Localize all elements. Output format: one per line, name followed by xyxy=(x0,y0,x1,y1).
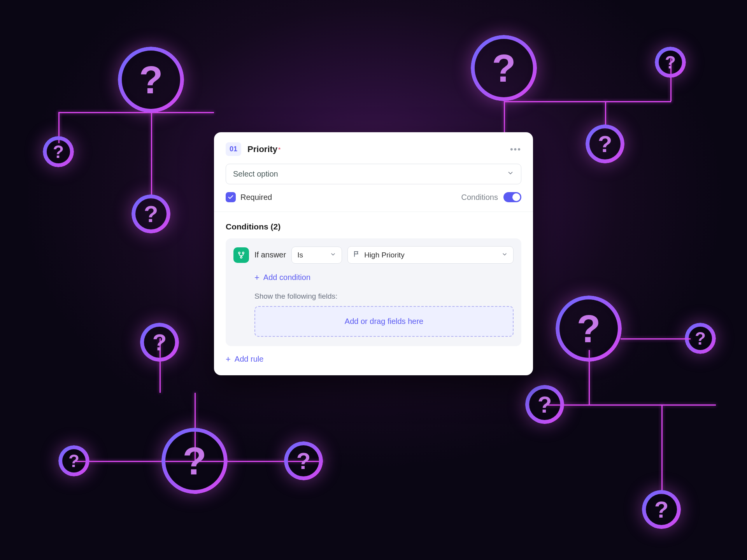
question-card: 01 Priority* ••• Select option Required … xyxy=(214,132,533,375)
question-mark-icon: ? xyxy=(471,35,537,101)
question-mark-icon: ? xyxy=(58,445,89,476)
add-condition-button[interactable]: + Add condition xyxy=(254,273,310,282)
conditions-heading: Conditions (2) xyxy=(226,222,521,231)
question-number-badge: 01 xyxy=(226,142,241,156)
plus-icon: + xyxy=(254,273,260,282)
conditions-toggle[interactable] xyxy=(503,192,521,202)
card-header: 01 Priority* ••• xyxy=(214,132,533,156)
if-answer-label: If answer xyxy=(254,250,286,259)
question-mark-icon: ? xyxy=(161,428,228,494)
show-fields-label: Show the following fields: xyxy=(254,292,514,301)
question-mark-icon: ? xyxy=(586,124,624,163)
condition-rule: If answer Is High Priority xyxy=(226,238,521,346)
more-menu-button[interactable]: ••• xyxy=(510,144,521,154)
required-label: Required xyxy=(240,193,272,202)
fields-dropzone[interactable]: Add or drag fields here xyxy=(254,306,514,337)
chevron-down-icon xyxy=(330,251,336,259)
conditions-toggle-label: Conditions xyxy=(461,193,498,202)
branch-icon xyxy=(233,247,249,263)
chevron-down-icon xyxy=(502,251,508,259)
required-asterisk: * xyxy=(278,147,281,153)
add-rule-button[interactable]: + Add rule xyxy=(226,355,263,364)
question-mark-icon: ? xyxy=(642,490,681,529)
question-mark-icon: ? xyxy=(118,47,184,113)
option-select[interactable]: Select option xyxy=(226,164,521,184)
option-select-placeholder: Select option xyxy=(233,170,278,178)
question-mark-icon: ? xyxy=(132,194,170,233)
question-mark-icon: ? xyxy=(43,136,74,167)
required-checkbox[interactable] xyxy=(226,192,236,202)
value-select[interactable]: High Priority xyxy=(347,246,514,264)
operator-select[interactable]: Is xyxy=(291,247,342,264)
question-mark-icon: ? xyxy=(556,296,622,362)
question-mark-icon: ? xyxy=(655,47,686,78)
chevron-down-icon xyxy=(507,170,514,178)
plus-icon: + xyxy=(226,355,231,364)
question-mark-icon: ? xyxy=(284,441,323,480)
flag-icon xyxy=(353,250,360,259)
question-mark-icon: ? xyxy=(685,323,716,354)
question-mark-icon: ? xyxy=(525,385,564,424)
question-title: Priority* xyxy=(247,144,281,154)
question-mark-icon: ? xyxy=(140,323,179,362)
